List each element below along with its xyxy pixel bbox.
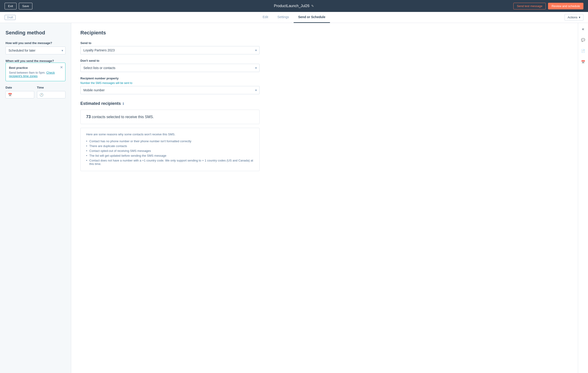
recipient-number-sublabel: Number the SMS messages will be sent to: [80, 81, 569, 85]
time-group: Time 🕐 12:00 PM: [37, 86, 66, 98]
tab-send-or-schedule[interactable]: Send or Schedule: [294, 12, 330, 23]
main-layout: Sending method How will you send the mes…: [0, 23, 588, 373]
draft-badge[interactable]: Draft: [5, 15, 16, 20]
info-icon[interactable]: ℹ: [123, 102, 124, 106]
calendar-icon: 📅: [8, 93, 12, 97]
contacts-count-number: 73: [86, 114, 91, 119]
chat-bubble-icon: 💬: [581, 38, 585, 42]
send-method-label: How will you send the message?: [6, 41, 65, 45]
time-input[interactable]: 12:00 PM: [45, 93, 63, 97]
collapse-rail-icon[interactable]: «: [579, 25, 587, 33]
best-practice-title: Best practice: [9, 66, 62, 70]
left-panel: Sending method How will you send the mes…: [0, 23, 71, 373]
date-label: Date: [6, 86, 34, 89]
list-item: Contact opted-out of receiving SMS messa…: [86, 148, 254, 153]
recipient-number-dropdown-wrapper: Mobile number ▾: [80, 86, 260, 94]
contacts-count-text: 73 contacts selected to receive this SMS…: [86, 115, 154, 119]
chat-rail-icon[interactable]: 💬: [579, 36, 587, 44]
save-button[interactable]: Save: [19, 3, 33, 10]
dont-send-to-label: Don't send to: [80, 59, 569, 62]
list-item: Contact does not have a number with a +1…: [86, 158, 254, 166]
estimated-recipients-section: Estimated recipients ℹ 73 contacts selec…: [80, 101, 569, 171]
edit-title-icon[interactable]: ✎: [311, 4, 314, 8]
when-send-label: When will you send the message?: [6, 59, 54, 63]
date-group: Date 📅 07/26/2023: [6, 86, 34, 98]
dont-send-to-group: Don't send to Select lists or contacts ▾: [80, 59, 569, 72]
dont-send-to-dropdown-wrapper: Select lists or contacts ▾: [80, 64, 260, 72]
time-input-wrap: 🕐 12:00 PM: [37, 91, 66, 98]
tab-edit[interactable]: Edit: [258, 12, 273, 23]
document-rail-icon[interactable]: 📄: [579, 47, 587, 55]
date-input-wrap: 📅 07/26/2023: [6, 91, 34, 98]
send-to-label: Send to: [80, 41, 569, 45]
reasons-list: Contact has no phone number or their pho…: [86, 139, 254, 166]
send-to-select[interactable]: Loyalty Partners 2023: [80, 46, 260, 54]
top-nav: Exit Save ProductLaunch_Jul26 ✎ Send tes…: [0, 0, 588, 12]
calendar-rail-icon[interactable]: 📅: [579, 58, 587, 66]
contacts-count-box: 73 contacts selected to receive this SMS…: [80, 110, 260, 124]
chevron-left-icon: «: [582, 27, 584, 31]
recipient-number-group: Recipient number property Number the SMS…: [80, 77, 569, 94]
list-item: The list will get updated before sending…: [86, 153, 254, 158]
reasons-intro: Here are some reasons why some contacts …: [86, 133, 254, 136]
top-nav-right: Send test message Review and schedule: [513, 3, 583, 10]
exit-button[interactable]: Exit: [5, 3, 17, 10]
top-nav-center: ProductLaunch_Jul26 ✎: [274, 4, 314, 8]
actions-chevron-icon: ▾: [579, 16, 580, 19]
send-test-button[interactable]: Send test message: [513, 3, 546, 10]
sending-method-title: Sending method: [6, 30, 65, 36]
side-rail: « 💬 📄 📅: [578, 23, 588, 373]
recipient-number-label: Recipient number property: [80, 77, 569, 80]
tabs-container: Edit Settings Send or Schedule: [258, 12, 330, 23]
best-practice-box: Best practice Send between 9am to 5pm. C…: [6, 63, 65, 81]
estimated-recipients-heading: Estimated recipients ℹ: [80, 101, 569, 106]
actions-label: Actions: [567, 16, 578, 19]
secondary-nav: Draft Edit Settings Send or Schedule Act…: [0, 12, 588, 23]
page-title: ProductLaunch_Jul26: [274, 4, 310, 8]
best-practice-text: Send between 9am to 5pm. Check recipient…: [9, 71, 62, 78]
review-schedule-button[interactable]: Review and schedule: [548, 3, 583, 10]
actions-button[interactable]: Actions ▾: [565, 14, 583, 21]
date-time-row: Date 📅 07/26/2023 Time 🕐 12:00 PM: [6, 86, 65, 98]
best-practice-close-icon[interactable]: ✕: [60, 65, 63, 70]
recipients-heading: Recipients: [80, 30, 569, 36]
right-panel: Recipients Send to Loyalty Partners 2023…: [71, 23, 578, 373]
document-icon: 📄: [581, 49, 585, 53]
send-method-select[interactable]: Send now Scheduled for later: [6, 47, 65, 54]
send-to-group: Send to Loyalty Partners 2023 ▾: [80, 41, 569, 54]
recipient-number-select[interactable]: Mobile number: [80, 86, 260, 94]
clock-icon: 🕐: [40, 93, 43, 97]
send-to-dropdown-wrapper: Loyalty Partners 2023 ▾: [80, 46, 260, 54]
top-nav-left: Exit Save: [5, 3, 32, 10]
send-method-select-wrapper: Send now Scheduled for later ▾: [6, 47, 65, 54]
list-item: Contact has no phone number or their pho…: [86, 139, 254, 144]
dont-send-to-select[interactable]: Select lists or contacts: [80, 64, 260, 72]
estimated-recipients-title: Estimated recipients: [80, 101, 121, 106]
date-input[interactable]: 07/26/2023: [14, 93, 32, 97]
reasons-box: Here are some reasons why some contacts …: [80, 128, 260, 171]
tab-settings[interactable]: Settings: [273, 12, 294, 23]
list-item: There are duplicate contacts: [86, 144, 254, 148]
calendar-icon: 📅: [581, 60, 585, 64]
time-label: Time: [37, 86, 66, 89]
